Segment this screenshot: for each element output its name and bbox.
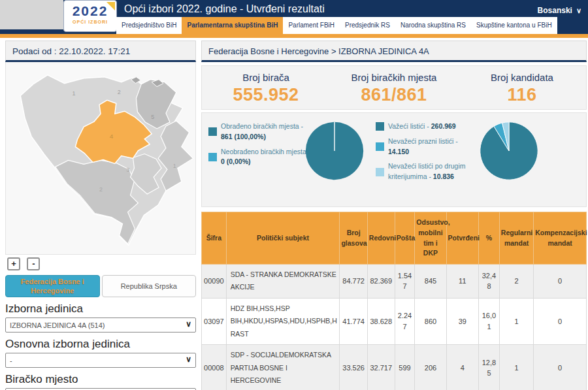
filter-label-biracko-mjesto: Biračko mjesto [5,373,196,386]
table-cell: 32,48 [479,265,500,299]
map-region-east[interactable] [158,121,193,191]
map-region-label: 1 [173,163,176,169]
table-cell: 845 [415,265,446,299]
page: 2022 OPĆI IZBORI Opći izbori 2022. godin… [0,0,588,390]
legend-item: Neobrađeno biračkih mjesta - 0 (0,00%) [208,147,314,168]
table-cell: 84.772 [340,265,367,299]
col-odsustvo: Odsustvo, mobilni tim i DKP [415,212,446,265]
legend-swatch [208,127,217,136]
table-cell: 4 [446,345,478,390]
legend-swatch [376,142,384,151]
cell-politicki-subjekt: SDP - SOCIJALDEMOKRATSKA PARTIJA BOSNE I… [226,345,340,390]
table-cell: 206 [415,345,446,390]
col-kompenzacijski-mandat: Kompenzacijski mandat [534,212,587,265]
cell-politicki-subjekt: HDZ BIH,HSS,HSP BIH,HKDU,HSPAS,HDU,HSPHB… [226,298,340,344]
table-cell: 860 [415,298,446,344]
table-cell: 82.369 [367,265,395,299]
osnovna-izborna-jedinica-select[interactable]: - [5,353,196,368]
app-header: 2022 OPĆI IZBORI Opći izbori 2022. godin… [0,0,588,34]
table-cell: 41.774 [340,298,367,344]
table-cell: 1 [499,345,533,390]
page-title: Opći izbori 2022. godine - Utvrđeni rezu… [124,3,325,15]
table-cell: 0 [534,298,587,344]
table-cell: 11 [446,265,478,299]
legend-item: Nevažeći prazni listići - 14.150 [376,137,474,157]
processed-pie-chart [304,121,365,181]
cell-politicki-subjekt: SDA - STRANKA DEMOKRATSKE AKCIJE [226,265,340,299]
results-table-body: 00090SDA - STRANKA DEMOKRATSKE AKCIJE84.… [202,265,587,390]
map-zoom-out-button[interactable]: - [27,257,40,270]
legend-item: Nevažeći listići po drugim kriterijumima… [376,161,474,182]
electoral-map: 1 2 5 4 3 2 1 [5,62,196,255]
table-cell: 1.547 [395,265,415,299]
nav-tab-predsjednik-rs[interactable]: Predsjednik RS [340,17,395,34]
table-cell: 00008 [202,345,227,390]
table-cell: 2.247 [395,298,415,344]
map-region-label-highlighted: 4 [110,133,114,140]
tab-republika-srpska[interactable]: Republika Srpska [102,275,197,297]
language-label: Bosanski [538,6,572,15]
processed-legend: Obrađeno biračkih mjesta - 861 (100,00%)… [208,122,314,172]
ballots-pie-chart [479,121,539,181]
breadcrumb: Federacija Bosne i Hercegovine > IZBORNA… [201,41,587,62]
col-regularni-mandat: Regularni mandat [499,212,533,265]
tab-federacija-bih[interactable]: Federacija Bosne i Hercegovine [5,275,100,297]
table-cell: 03097 [202,298,227,344]
table-row: 00008SDP - SOCIJALDEMOKRATSKA PARTIJA BO… [202,345,587,390]
nav-tab-parlament-fbih[interactable]: Parlament FBiH [283,17,340,34]
map-region-label: 2 [99,186,103,193]
stat-broj-biraca: Broj birača 555.952 [202,66,330,109]
table-cell: 599 [395,345,415,390]
table-cell: 38.628 [367,298,395,344]
stat-broj-birackih-mjesta: Broj biračkih mjesta 861/861 [330,66,458,109]
main-nav: Predsjedništvo BiH Parlamentarna skupšti… [116,17,557,34]
table-cell: 33.526 [340,345,367,390]
table-cell: 2 [499,265,533,299]
table-row: 00090SDA - STRANKA DEMOKRATSKE AKCIJE84.… [202,265,587,299]
nav-tab-skupstine-kantona-fbih[interactable]: Skupštine kantona u FBiH [471,17,557,34]
entity-tabs: Federacija Bosne i Hercegovine Republika… [5,275,196,297]
legend-swatch [376,168,384,176]
col-potvrdjeni: Potvrđeni [446,212,478,265]
table-header-row: Šifra Politički subjekt Broj glasova Red… [202,212,587,265]
bosnia-map-svg: 1 2 5 4 3 2 1 [6,62,195,253]
table-cell: 39 [446,298,478,344]
bih-flag-icon [106,2,115,10]
table-cell: 1 [499,298,533,344]
izborna-jedinica-select[interactable]: IZBORNA JEDINICA 4A (514) [5,317,196,333]
table-cell: 16,01 [479,298,500,344]
stat-broj-kandidata: Broj kandidata 116 [458,66,586,109]
col-procenat: % [479,212,500,265]
language-selector[interactable]: Bosanski∨ [538,6,581,15]
chevron-down-icon: ∨ [576,7,581,14]
ballots-legend: Važeći listići - 260.969 Nevažeći prazni… [376,122,474,187]
map-region-south[interactable] [56,160,139,244]
nav-tab-narodna-skupstina-rs[interactable]: Narodna skupština RS [395,17,471,34]
stats-panel: Broj birača 555.952 Broj biračkih mjesta… [201,65,587,110]
map-region-label: 1 [72,90,75,97]
data-timestamp: Podaci od : 22.10.2022. 17:21 [5,41,196,62]
col-redovni: Redovni [367,212,395,265]
site-logo[interactable]: 2022 OPĆI IZBORI [63,0,117,32]
filter-label-izborna-jedinica: Izborna jedinica [5,302,196,316]
results-table: Šifra Politički subjekt Broj glasova Red… [201,212,587,390]
sidebar: Podaci od : 22.10.2022. 17:21 1 2 5 4 3 … [5,41,196,390]
map-zoom-controls: + - [7,257,196,272]
nav-tab-predsjednistvo-bih[interactable]: Predsjedništvo BiH [116,17,182,34]
table-cell: 32.717 [367,345,395,390]
map-region-label: 3 [127,167,130,173]
table-cell: 12,85 [479,345,500,390]
legend-item: Obrađeno biračkih mjesta - 861 (100,00%) [208,122,314,142]
legend-swatch [376,122,384,131]
filter-label-osnovna-izborna-jedinica: Osnovna izborna jedinica [5,338,196,351]
map-region-label: 2 [118,89,121,95]
map-region-label: 5 [151,114,154,120]
col-sifra: Šifra [202,212,227,265]
charts-panel: Obrađeno biračkih mjesta - 861 (100,00%)… [201,112,587,207]
col-broj-glasova: Broj glasova [340,212,367,265]
logo-subtitle: OPĆI IZBORI [64,19,116,25]
nav-tab-parlamentarna-skupstina-bih[interactable]: Parlamentarna skupština BiH [182,17,283,34]
accent-bar [0,34,588,38]
table-cell: 0 [534,265,587,299]
map-zoom-in-button[interactable]: + [7,257,20,270]
